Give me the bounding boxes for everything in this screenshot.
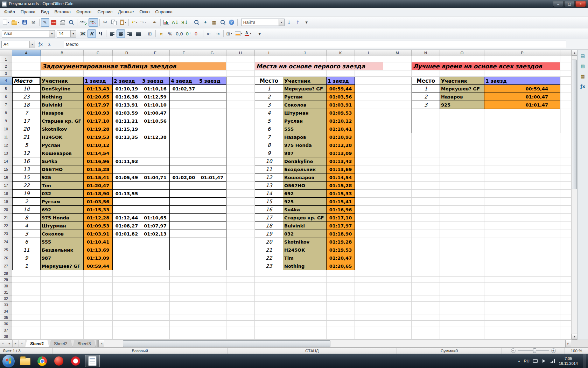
cell-J19[interactable]: 925	[283, 198, 327, 206]
cell-E37[interactable]	[141, 327, 170, 333]
cell-M13[interactable]	[383, 149, 412, 157]
cell-G26[interactable]	[198, 254, 226, 262]
toolbar-options-icon[interactable]: ▾	[302, 18, 311, 27]
cell-G18[interactable]	[198, 190, 226, 198]
cell-J24[interactable]: Skotnikov	[283, 238, 327, 246]
cell-x19[interactable]	[560, 198, 571, 206]
cell-I4[interactable]: Место	[255, 77, 283, 85]
column-header-H[interactable]: H	[226, 50, 255, 56]
volume-tray-icon[interactable]	[542, 359, 547, 363]
taskbar-red-app-icon[interactable]	[51, 355, 66, 367]
cell-C9[interactable]: 01:17,10	[84, 117, 113, 125]
cell-J26[interactable]: Tim	[283, 254, 327, 262]
clock[interactable]: 7:05 16.11.2014	[559, 356, 578, 366]
cell-J6[interactable]: Рустам	[283, 93, 327, 101]
cell-B25[interactable]: Бездельник	[41, 246, 84, 254]
cell-C26[interactable]: 01:13,09	[84, 254, 113, 262]
cell-I36[interactable]	[255, 321, 283, 327]
cell-J32[interactable]	[283, 295, 327, 302]
cell-O23[interactable]	[440, 230, 484, 238]
status-selection-mode[interactable]: СТАНД	[227, 348, 397, 354]
cell-B38[interactable]	[41, 333, 84, 340]
cell-O24[interactable]	[440, 238, 484, 246]
cell-B12[interactable]: Руслан	[41, 141, 84, 149]
cell-G30[interactable]	[198, 283, 226, 289]
cell-A9[interactable]: 17	[12, 117, 41, 125]
find-next-icon[interactable]: ↓	[285, 18, 293, 27]
cell-H32[interactable]	[226, 295, 255, 302]
table1-title[interactable]: Задокументированная таблица заездов	[41, 62, 226, 70]
cell-P22[interactable]	[484, 222, 560, 230]
cell-A23[interactable]: 3	[12, 230, 41, 238]
cell-C31[interactable]	[84, 289, 113, 295]
cell-J29[interactable]	[283, 277, 327, 283]
cell-L34[interactable]	[355, 308, 383, 314]
cell-E34[interactable]	[141, 308, 170, 314]
cell-D24[interactable]	[113, 238, 141, 246]
format-options-icon[interactable]: ▾	[255, 29, 264, 38]
cell-O34[interactable]	[440, 308, 484, 314]
cell-H27[interactable]	[226, 262, 255, 270]
cell-P6[interactable]: 01:00,47	[484, 93, 560, 101]
cell-P5[interactable]: 00:59,44	[484, 85, 560, 93]
cell-O30[interactable]	[440, 283, 484, 289]
cell-B28[interactable]	[41, 270, 84, 277]
cell-I29[interactable]	[255, 277, 283, 283]
cell-O6[interactable]: Назаров	[440, 93, 484, 101]
cell-M18[interactable]	[383, 190, 412, 198]
cell-N25[interactable]	[412, 246, 440, 254]
status-page-style[interactable]: Базовый	[52, 348, 227, 354]
column-header-E[interactable]: E	[141, 50, 170, 56]
cell-M36[interactable]	[383, 321, 412, 327]
cell-I7[interactable]: 3	[255, 101, 283, 109]
cell-G19[interactable]	[198, 198, 226, 206]
column-header-I[interactable]: I	[255, 50, 283, 56]
cell-O36[interactable]	[440, 321, 484, 327]
cell-P17[interactable]	[484, 182, 560, 190]
cell-P30[interactable]	[484, 283, 560, 289]
cell-N37[interactable]	[412, 327, 440, 333]
vertical-scrollbar-thumb[interactable]	[572, 60, 577, 189]
cell-M29[interactable]	[383, 277, 412, 283]
cell-P7[interactable]: 01:01,47	[484, 101, 560, 109]
cell-L38[interactable]	[355, 333, 383, 340]
cell-E10[interactable]	[141, 125, 170, 133]
cell-K34[interactable]	[327, 308, 355, 314]
cell-M8[interactable]	[383, 109, 412, 117]
copy-icon[interactable]	[110, 18, 118, 27]
cell-H16[interactable]	[226, 173, 255, 182]
row-header-25[interactable]: 25	[0, 246, 12, 254]
restore-button[interactable]: ▢	[564, 1, 575, 7]
cell-M4[interactable]	[383, 77, 412, 85]
cell-x4[interactable]	[560, 77, 571, 85]
cell-A11[interactable]: 21	[12, 133, 41, 141]
delete-decimal-icon[interactable]: 0⁻	[193, 29, 202, 38]
cell-I16[interactable]: 12	[255, 173, 283, 182]
cell-F19[interactable]	[170, 198, 198, 206]
cell-C36[interactable]	[84, 321, 113, 327]
sheet-tab-sheet2[interactable]: Sheet2	[49, 340, 72, 347]
cell-E23[interactable]: 01:02,13	[141, 230, 170, 238]
cell-M3[interactable]	[383, 70, 412, 77]
cell-F15[interactable]	[170, 165, 198, 173]
cell-L7[interactable]	[355, 101, 383, 109]
cell-J10[interactable]: 555	[283, 125, 327, 133]
cell-x22[interactable]	[560, 222, 571, 230]
menu-edit[interactable]: Правка	[18, 8, 38, 15]
merge-cells-icon[interactable]: ⊞	[146, 29, 154, 38]
cell-F11[interactable]	[170, 133, 198, 141]
cell-G13[interactable]	[198, 149, 226, 157]
row-header-8[interactable]: 8	[0, 109, 12, 117]
cell-D18[interactable]: 01:13,55	[113, 190, 141, 198]
row-header-16[interactable]: 16	[0, 173, 12, 182]
row-header-20[interactable]: 20	[0, 206, 12, 214]
cell-E21[interactable]: 01:10,65	[141, 214, 170, 222]
cell-P13[interactable]	[484, 149, 560, 157]
cell-P9[interactable]	[484, 117, 560, 125]
cell-P28[interactable]	[484, 270, 560, 277]
email-icon[interactable]: ✉	[29, 18, 38, 27]
cell-G17[interactable]	[198, 182, 226, 190]
cell-G9[interactable]	[198, 117, 226, 125]
taskbar-chrome-icon[interactable]	[35, 355, 49, 367]
row-header-34[interactable]: 34	[0, 308, 12, 314]
